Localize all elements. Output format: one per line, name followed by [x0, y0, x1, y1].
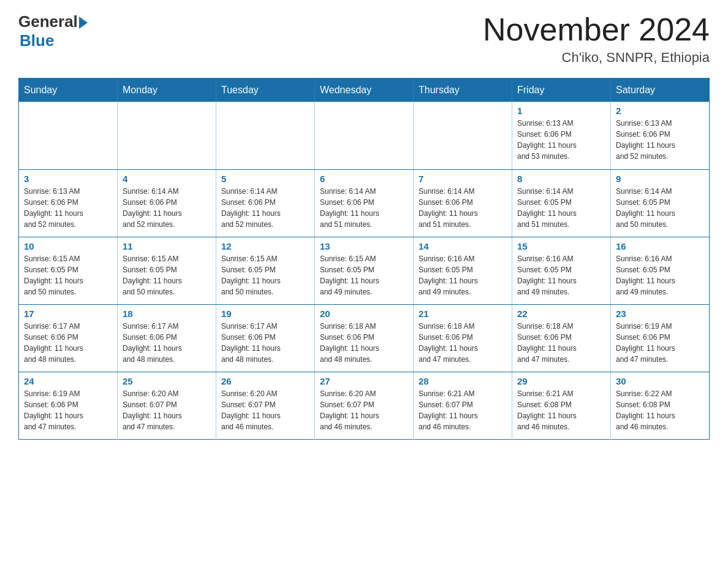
table-row	[414, 102, 512, 169]
day-info: Sunrise: 6:13 AMSunset: 6:06 PMDaylight:…	[517, 118, 605, 162]
day-number: 6	[320, 174, 408, 184]
calendar-week-row: 24Sunrise: 6:19 AMSunset: 6:06 PMDayligh…	[19, 372, 710, 439]
table-row: 24Sunrise: 6:19 AMSunset: 6:06 PMDayligh…	[19, 372, 118, 439]
table-row: 3Sunrise: 6:13 AMSunset: 6:06 PMDaylight…	[19, 169, 118, 237]
day-info: Sunrise: 6:20 AMSunset: 6:07 PMDaylight:…	[320, 388, 408, 432]
calendar-week-row: 1Sunrise: 6:13 AMSunset: 6:06 PMDaylight…	[19, 102, 710, 169]
day-info: Sunrise: 6:17 AMSunset: 6:06 PMDaylight:…	[123, 321, 211, 365]
table-row: 21Sunrise: 6:18 AMSunset: 6:06 PMDayligh…	[414, 304, 512, 372]
day-number: 4	[123, 174, 211, 184]
table-row: 27Sunrise: 6:20 AMSunset: 6:07 PMDayligh…	[315, 372, 414, 439]
day-info: Sunrise: 6:16 AMSunset: 6:05 PMDaylight:…	[616, 253, 704, 297]
table-row	[216, 102, 315, 169]
day-number: 12	[221, 241, 309, 251]
day-info: Sunrise: 6:18 AMSunset: 6:06 PMDaylight:…	[320, 321, 408, 365]
table-row: 11Sunrise: 6:15 AMSunset: 6:05 PMDayligh…	[118, 237, 216, 304]
day-info: Sunrise: 6:14 AMSunset: 6:06 PMDaylight:…	[221, 186, 309, 230]
day-info: Sunrise: 6:13 AMSunset: 6:06 PMDaylight:…	[24, 186, 112, 230]
page-header: General Blue November 2024 Ch'iko, SNNPR…	[18, 12, 710, 66]
day-info: Sunrise: 6:14 AMSunset: 6:05 PMDaylight:…	[616, 186, 704, 230]
table-row: 15Sunrise: 6:16 AMSunset: 6:05 PMDayligh…	[512, 237, 611, 304]
day-number: 3	[24, 174, 112, 184]
day-number: 8	[517, 174, 605, 184]
table-row	[315, 102, 414, 169]
calendar-week-row: 3Sunrise: 6:13 AMSunset: 6:06 PMDaylight…	[19, 169, 710, 237]
table-row: 30Sunrise: 6:22 AMSunset: 6:08 PMDayligh…	[611, 372, 710, 439]
day-info: Sunrise: 6:19 AMSunset: 6:06 PMDaylight:…	[24, 388, 112, 432]
day-number: 10	[24, 241, 112, 251]
day-number: 5	[221, 174, 309, 184]
day-number: 9	[616, 174, 704, 184]
day-number: 27	[320, 376, 408, 386]
table-row: 19Sunrise: 6:17 AMSunset: 6:06 PMDayligh…	[216, 304, 315, 372]
day-info: Sunrise: 6:20 AMSunset: 6:07 PMDaylight:…	[221, 388, 309, 432]
table-row: 18Sunrise: 6:17 AMSunset: 6:06 PMDayligh…	[118, 304, 216, 372]
day-number: 24	[24, 376, 112, 386]
title-area: November 2024 Ch'iko, SNNPR, Ethiopia	[483, 12, 710, 66]
table-row: 25Sunrise: 6:20 AMSunset: 6:07 PMDayligh…	[118, 372, 216, 439]
day-info: Sunrise: 6:22 AMSunset: 6:08 PMDaylight:…	[616, 388, 704, 432]
day-info: Sunrise: 6:14 AMSunset: 6:05 PMDaylight:…	[517, 186, 605, 230]
table-row: 29Sunrise: 6:21 AMSunset: 6:08 PMDayligh…	[512, 372, 611, 439]
day-info: Sunrise: 6:21 AMSunset: 6:07 PMDaylight:…	[419, 388, 507, 432]
calendar-week-row: 17Sunrise: 6:17 AMSunset: 6:06 PMDayligh…	[19, 304, 710, 372]
table-row: 5Sunrise: 6:14 AMSunset: 6:06 PMDaylight…	[216, 169, 315, 237]
day-number: 13	[320, 241, 408, 251]
day-number: 2	[616, 105, 704, 116]
table-row: 23Sunrise: 6:19 AMSunset: 6:06 PMDayligh…	[611, 304, 710, 372]
header-monday: Monday	[118, 79, 216, 102]
header-sunday: Sunday	[19, 79, 118, 102]
table-row: 17Sunrise: 6:17 AMSunset: 6:06 PMDayligh…	[19, 304, 118, 372]
table-row: 28Sunrise: 6:21 AMSunset: 6:07 PMDayligh…	[414, 372, 512, 439]
day-info: Sunrise: 6:14 AMSunset: 6:06 PMDaylight:…	[419, 186, 507, 230]
table-row: 22Sunrise: 6:18 AMSunset: 6:06 PMDayligh…	[512, 304, 611, 372]
day-number: 1	[517, 105, 605, 116]
day-info: Sunrise: 6:18 AMSunset: 6:06 PMDaylight:…	[419, 321, 507, 365]
day-info: Sunrise: 6:16 AMSunset: 6:05 PMDaylight:…	[419, 253, 507, 297]
day-info: Sunrise: 6:15 AMSunset: 6:05 PMDaylight:…	[24, 253, 112, 297]
table-row: 9Sunrise: 6:14 AMSunset: 6:05 PMDaylight…	[611, 169, 710, 237]
day-number: 29	[517, 376, 605, 386]
table-row: 4Sunrise: 6:14 AMSunset: 6:06 PMDaylight…	[118, 169, 216, 237]
day-number: 28	[419, 376, 507, 386]
day-info: Sunrise: 6:19 AMSunset: 6:06 PMDaylight:…	[616, 321, 704, 365]
day-info: Sunrise: 6:16 AMSunset: 6:05 PMDaylight:…	[517, 253, 605, 297]
day-info: Sunrise: 6:15 AMSunset: 6:05 PMDaylight:…	[320, 253, 408, 297]
header-saturday: Saturday	[611, 79, 710, 102]
day-info: Sunrise: 6:21 AMSunset: 6:08 PMDaylight:…	[517, 388, 605, 432]
day-number: 7	[419, 174, 507, 184]
table-row	[118, 102, 216, 169]
header-friday: Friday	[512, 79, 611, 102]
table-row: 13Sunrise: 6:15 AMSunset: 6:05 PMDayligh…	[315, 237, 414, 304]
logo-arrow-icon	[79, 17, 88, 29]
table-row: 26Sunrise: 6:20 AMSunset: 6:07 PMDayligh…	[216, 372, 315, 439]
day-number: 23	[616, 308, 704, 319]
day-number: 19	[221, 308, 309, 319]
calendar-week-row: 10Sunrise: 6:15 AMSunset: 6:05 PMDayligh…	[19, 237, 710, 304]
day-number: 16	[616, 241, 704, 251]
table-row: 12Sunrise: 6:15 AMSunset: 6:05 PMDayligh…	[216, 237, 315, 304]
header-tuesday: Tuesday	[216, 79, 315, 102]
logo-general-text: General	[18, 12, 78, 31]
day-info: Sunrise: 6:15 AMSunset: 6:05 PMDaylight:…	[221, 253, 309, 297]
day-number: 21	[419, 308, 507, 319]
day-info: Sunrise: 6:17 AMSunset: 6:06 PMDaylight:…	[221, 321, 309, 365]
table-row: 6Sunrise: 6:14 AMSunset: 6:06 PMDaylight…	[315, 169, 414, 237]
day-number: 26	[221, 376, 309, 386]
calendar-title: November 2024	[483, 12, 710, 47]
table-row	[19, 102, 118, 169]
day-number: 18	[123, 308, 211, 319]
calendar-header-row: Sunday Monday Tuesday Wednesday Thursday…	[19, 79, 710, 102]
table-row: 10Sunrise: 6:15 AMSunset: 6:05 PMDayligh…	[19, 237, 118, 304]
calendar-table: Sunday Monday Tuesday Wednesday Thursday…	[18, 78, 710, 440]
day-number: 22	[517, 308, 605, 319]
table-row: 8Sunrise: 6:14 AMSunset: 6:05 PMDaylight…	[512, 169, 611, 237]
day-info: Sunrise: 6:17 AMSunset: 6:06 PMDaylight:…	[24, 321, 112, 365]
calendar-subtitle: Ch'iko, SNNPR, Ethiopia	[483, 50, 710, 66]
day-number: 17	[24, 308, 112, 319]
day-number: 25	[123, 376, 211, 386]
table-row: 16Sunrise: 6:16 AMSunset: 6:05 PMDayligh…	[611, 237, 710, 304]
day-number: 30	[616, 376, 704, 386]
day-number: 15	[517, 241, 605, 251]
day-number: 11	[123, 241, 211, 251]
